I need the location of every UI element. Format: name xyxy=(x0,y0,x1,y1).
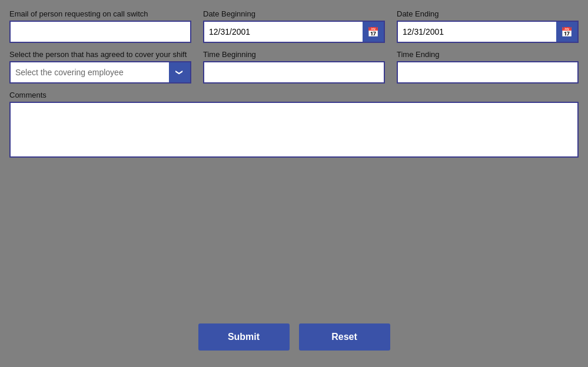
time-beginning-label: Time Beginning xyxy=(203,50,385,59)
comments-section: Comments xyxy=(9,91,579,158)
row2: Select the person that has agreed to cov… xyxy=(9,50,579,84)
date-beginning-calendar-button[interactable]: 📅 xyxy=(363,22,384,42)
covering-employee-label: Select the person that has agreed to cov… xyxy=(9,50,191,59)
comments-label: Comments xyxy=(9,91,579,99)
date-beginning-label: Date Beginning xyxy=(203,9,385,18)
date-beginning-field-group: Date Beginning 📅 xyxy=(203,9,385,43)
covering-employee-select-wrapper[interactable]: Select the covering employee ❯ xyxy=(9,61,191,84)
date-beginning-wrapper: 📅 xyxy=(203,21,385,43)
calendar-icon: 📅 xyxy=(367,26,379,38)
email-field-group: Email of person requesting on call switc… xyxy=(9,9,191,43)
date-ending-field-group: Date Ending 📅 xyxy=(397,9,579,43)
covering-employee-placeholder: Select the covering employee xyxy=(11,65,169,79)
date-ending-wrapper: 📅 xyxy=(397,21,579,43)
row1: Email of person requesting on call switc… xyxy=(9,9,579,43)
page-container: Email of person requesting on call switc… xyxy=(0,0,588,367)
date-beginning-input[interactable] xyxy=(204,22,363,42)
reset-button[interactable]: Reset xyxy=(299,323,390,351)
email-label: Email of person requesting on call switc… xyxy=(9,9,191,18)
time-ending-input[interactable] xyxy=(397,61,579,84)
date-ending-calendar-button[interactable]: 📅 xyxy=(556,22,577,42)
comments-textarea[interactable] xyxy=(9,102,579,158)
chevron-down-icon: ❯ xyxy=(175,69,184,75)
calendar-icon: 📅 xyxy=(561,26,573,38)
covering-employee-dropdown-button[interactable]: ❯ xyxy=(169,62,190,82)
submit-button[interactable]: Submit xyxy=(198,323,290,351)
bottom-buttons: Submit Reset xyxy=(198,323,390,351)
time-beginning-field-group: Time Beginning xyxy=(203,50,385,84)
date-ending-label: Date Ending xyxy=(397,9,579,18)
time-beginning-input[interactable] xyxy=(203,61,385,84)
time-ending-field-group: Time Ending xyxy=(397,50,579,84)
email-input[interactable] xyxy=(9,21,191,43)
covering-employee-field-group: Select the person that has agreed to cov… xyxy=(9,50,191,84)
date-ending-input[interactable] xyxy=(398,22,556,42)
time-ending-label: Time Ending xyxy=(397,50,579,59)
